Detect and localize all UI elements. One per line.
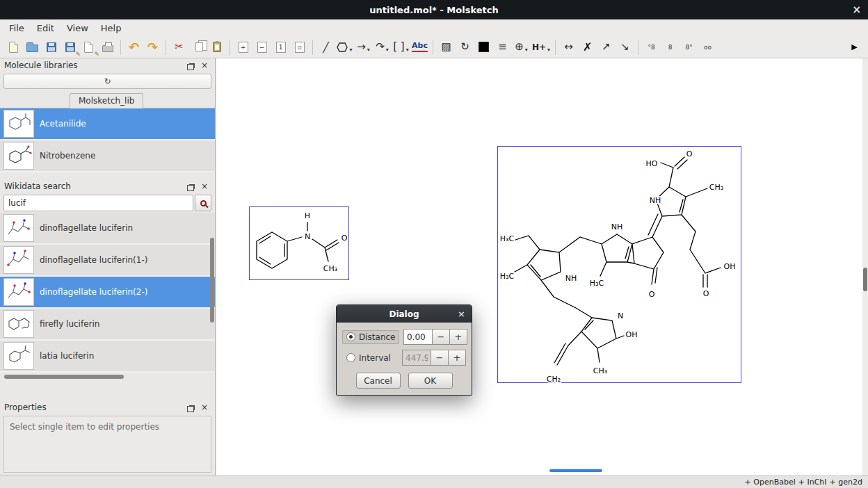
flip-tool-button[interactable]: ↔ <box>559 38 578 57</box>
line-width-button[interactable]: ≡ <box>493 38 512 57</box>
reload-library-button[interactable]: ↻ <box>3 74 211 89</box>
status-gen2d: + gen2d <box>830 478 862 487</box>
menu-file[interactable]: File <box>3 21 31 35</box>
wikidata-item-latia-luciferin[interactable]: latia luciferin <box>0 341 215 373</box>
toolbar-overflow-button[interactable]: ▶ <box>845 38 864 57</box>
draw-tool-button[interactable]: ╱ <box>316 38 335 57</box>
drawing-canvas[interactable]: HNOCH₃ HOOCH₃NHNHH₃CH₃CNHH₃COOHONOHCH₃CH… <box>216 58 862 475</box>
interval-spinbox: − + <box>402 350 466 366</box>
molecule-thumbnail <box>3 246 34 274</box>
wikidata-item-dinoflagellate-luciferin-1[interactable]: dinoflagellate luciferin(1-) <box>0 245 215 277</box>
reaction-arrow-dropdown-icon[interactable]: ▾ <box>367 47 370 57</box>
bracket-tool-dropdown-icon[interactable]: ▾ <box>406 47 409 57</box>
wikidata-item-firefly-luciferin[interactable]: firefly luciferin <box>0 309 215 341</box>
wikidata-vertical-scrollbar[interactable] <box>209 213 214 373</box>
bracket-tool-button[interactable]: [ ]▾ <box>392 38 410 57</box>
scrollbar-thumb[interactable] <box>210 238 214 323</box>
openbabel-hydrogens-button[interactable]: oo <box>698 38 717 57</box>
redo-button[interactable]: ↷ <box>143 38 162 57</box>
paste-button[interactable] <box>207 38 226 57</box>
delete-tool-button[interactable]: ✗ <box>578 38 597 57</box>
mechanism-arrow-dropdown-icon[interactable]: ▾ <box>386 47 389 57</box>
menu-view[interactable]: View <box>61 21 95 35</box>
cut-button[interactable]: ✂ <box>170 38 188 57</box>
wikidata-search-input[interactable] <box>3 195 193 211</box>
menu-edit[interactable]: Edit <box>31 21 61 35</box>
color-picker-button[interactable] <box>474 38 493 57</box>
zoom-fit-button[interactable]: ▫ <box>290 38 309 57</box>
interval-decrement-button[interactable]: − <box>431 350 449 366</box>
scrollbar-thumb[interactable] <box>4 375 124 379</box>
distance-increment-button[interactable]: + <box>450 329 467 345</box>
distance-radio-group[interactable]: Distance <box>342 330 399 344</box>
arrow-edit-alt-button[interactable]: ↘ <box>616 38 634 57</box>
vertical-scrollbar[interactable] <box>862 58 868 475</box>
distance-input[interactable] <box>403 329 433 345</box>
scrollbar-thumb[interactable] <box>863 268 867 291</box>
zoom-reset-button[interactable]: 1 <box>271 38 290 57</box>
mechanism-arrow-button[interactable]: ↷▾ <box>373 38 392 57</box>
wikidata-item-dinoflagellate-luciferin-2[interactable]: dinoflagellate luciferin(2-) <box>0 277 215 309</box>
text-tool-button[interactable]: Abc <box>410 38 429 57</box>
openbabel-gen3d-button[interactable]: 8 <box>661 38 680 57</box>
wikidata-search-button[interactable] <box>195 195 211 211</box>
atom-label: H₃C <box>500 272 515 281</box>
openbabel-gen2d-button[interactable]: 8° <box>680 38 698 57</box>
arrow-edit-icon: ↗ <box>602 42 611 52</box>
undo-button[interactable]: ↶ <box>124 38 143 57</box>
zoom-in-button[interactable]: + <box>234 38 252 57</box>
interval-input[interactable] <box>402 350 431 366</box>
horizontal-scrollbar-thumb[interactable] <box>549 469 602 472</box>
cancel-button[interactable]: Cancel <box>356 373 401 389</box>
properties-float-button[interactable] <box>186 402 198 413</box>
toolbar-separator <box>166 40 166 55</box>
library-item-acetanilide[interactable]: Acetanilide <box>0 108 215 140</box>
interval-radio-group[interactable]: Interval <box>342 351 398 365</box>
hydrogen-tool-button[interactable]: H+▾ <box>531 38 552 57</box>
zoom-out-button[interactable]: − <box>252 38 271 57</box>
ok-button[interactable]: OK <box>408 373 453 389</box>
molecule-selection-acetanilide[interactable]: HNOCH₃ <box>249 206 349 280</box>
mechanism-arrow-icon: ↷ <box>376 42 385 52</box>
arrow-edit-button[interactable]: ↗ <box>597 38 616 57</box>
line-width-icon: ≡ <box>498 42 507 52</box>
menu-help[interactable]: Help <box>95 21 128 35</box>
color-swatch-icon <box>479 42 489 52</box>
charge-tool-dropdown-icon[interactable]: ▾ <box>525 47 528 57</box>
new-file-button[interactable] <box>4 38 23 57</box>
molecule-selection-luciferin[interactable]: HOOCH₃NHNHH₃CH₃CNHH₃COOHONOHCH₃CH₂ <box>497 146 741 383</box>
openbabel-optimize-button[interactable]: °8 <box>642 38 661 57</box>
libraries-panel-header: Molecule libraries × <box>0 58 215 72</box>
hash-tool-button[interactable]: ▨ <box>437 38 456 57</box>
library-item-nitrobenzene[interactable]: Nitrobenzene <box>0 140 215 172</box>
libraries-close-button[interactable]: × <box>198 60 211 71</box>
wikidata-float-button[interactable] <box>186 181 198 192</box>
properties-close-button[interactable]: × <box>198 402 211 413</box>
ring-tool-dropdown-icon[interactable]: ▾ <box>349 47 352 57</box>
hydrogen-tool-dropdown-icon[interactable]: ▾ <box>547 47 550 57</box>
wikidata-item-dinoflagellate-luciferin[interactable]: dinoflagellate luciferin <box>0 213 215 245</box>
save-as-button[interactable]: ✎ <box>61 38 79 57</box>
ring-tool-button[interactable]: ▾ <box>335 38 354 57</box>
libraries-float-button[interactable] <box>186 60 198 71</box>
reaction-arrow-button[interactable]: →▾ <box>354 38 373 57</box>
window-close-button[interactable]: × <box>852 0 861 19</box>
title-bar[interactable]: untitled.mol* - Molsketch × <box>0 0 868 19</box>
save-button[interactable] <box>42 38 61 57</box>
tab-molsketch-lib[interactable]: Molsketch_lib <box>70 93 143 108</box>
wikidata-horizontal-scrollbar[interactable] <box>4 374 211 380</box>
wikidata-close-button[interactable]: × <box>198 181 211 192</box>
copy-button[interactable] <box>188 38 207 57</box>
interval-radio[interactable] <box>346 353 355 362</box>
properties-panel-header: Properties × <box>0 400 215 414</box>
interval-increment-button[interactable]: + <box>449 350 466 366</box>
charge-tool-button[interactable]: ⊕▾ <box>512 38 531 57</box>
rotate-tool-button[interactable]: ↻ <box>456 38 474 57</box>
dialog-titlebar[interactable]: Dialog × <box>337 305 472 323</box>
distance-radio[interactable] <box>346 332 355 341</box>
distance-decrement-button[interactable]: − <box>433 329 450 345</box>
export-button[interactable]: ✎ <box>79 38 98 57</box>
print-button[interactable] <box>98 38 117 57</box>
dialog-close-button[interactable]: × <box>458 305 465 323</box>
open-file-button[interactable] <box>23 38 42 57</box>
